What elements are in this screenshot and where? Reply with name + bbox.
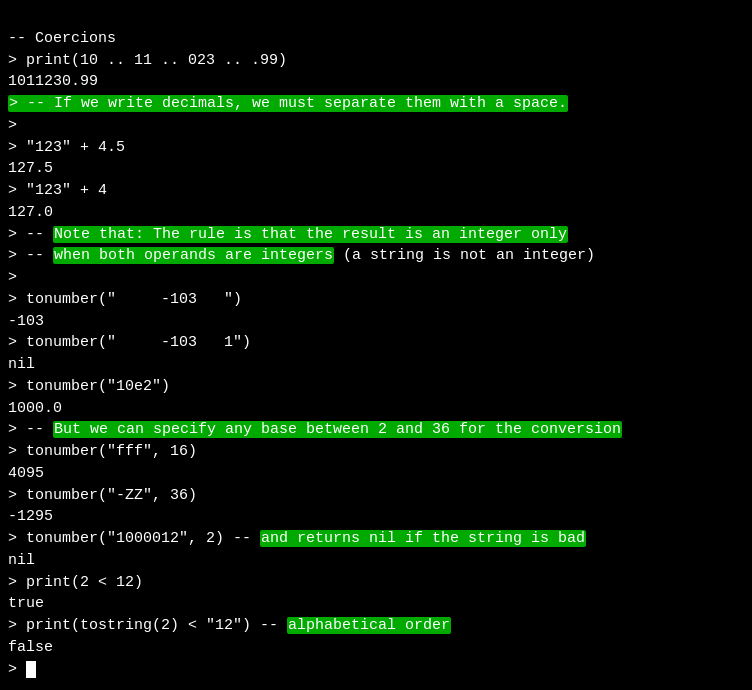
- terminal-line: > -- when both operands are integers (a …: [8, 245, 744, 267]
- terminal-line: nil: [8, 354, 744, 376]
- terminal-line: > tonumber(" -103 1"): [8, 332, 744, 354]
- terminal-line: > "123" + 4.5: [8, 137, 744, 159]
- terminal-line: nil: [8, 550, 744, 572]
- terminal-line: -- Coercions: [8, 28, 744, 50]
- terminal-line: 1011230.99: [8, 71, 744, 93]
- terminal-line: > -- Note that: The rule is that the res…: [8, 224, 744, 246]
- terminal-line: > print(10 .. 11 .. 023 .. .99): [8, 50, 744, 72]
- terminal-cursor: [26, 661, 36, 678]
- terminal-line: >: [8, 659, 744, 681]
- terminal-line: > tonumber("fff", 16): [8, 441, 744, 463]
- terminal-line: >: [8, 115, 744, 137]
- terminal-line: > -- But we can specify any base between…: [8, 419, 744, 441]
- terminal-line: > "123" + 4: [8, 180, 744, 202]
- terminal-line: > tonumber("1000012", 2) -- and returns …: [8, 528, 744, 550]
- terminal-line: false: [8, 637, 744, 659]
- terminal-line: -1295: [8, 506, 744, 528]
- terminal-output: -- Coercions> print(10 .. 11 .. 023 .. .…: [8, 6, 744, 680]
- terminal-line: > tonumber(" -103 "): [8, 289, 744, 311]
- terminal-line: 1000.0: [8, 398, 744, 420]
- terminal-line: 4095: [8, 463, 744, 485]
- terminal-line: 127.5: [8, 158, 744, 180]
- terminal-line: > tonumber("-ZZ", 36): [8, 485, 744, 507]
- terminal-line: true: [8, 593, 744, 615]
- terminal-line: > -- If we write decimals, we must separ…: [8, 93, 744, 115]
- terminal-line: > print(2 < 12): [8, 572, 744, 594]
- terminal-line: 127.0: [8, 202, 744, 224]
- terminal-line: -103: [8, 311, 744, 333]
- terminal-line: > print(tostring(2) < "12") -- alphabeti…: [8, 615, 744, 637]
- terminal-line: >: [8, 267, 744, 289]
- terminal-line: > tonumber("10e2"): [8, 376, 744, 398]
